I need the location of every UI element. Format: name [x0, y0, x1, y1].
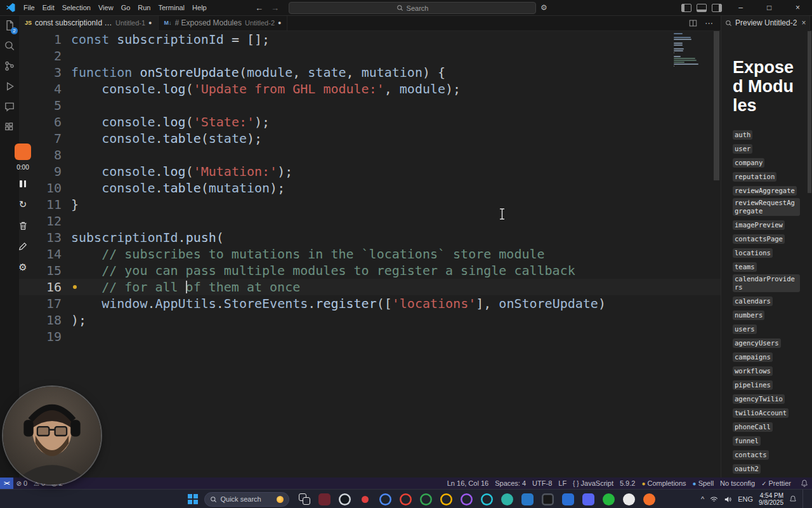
minimap-line — [674, 52, 674, 53]
module-code-chip: company — [733, 158, 764, 168]
module-code-chip: pipelines — [733, 380, 773, 390]
code-editor[interactable]: 1const subscriptionId = [];23function on… — [19, 31, 721, 478]
sidebar-item-run-debug[interactable] — [0, 76, 19, 97]
cursor-position-label: Ln 16, Col 16 — [447, 479, 488, 487]
taskbar-search[interactable]: Quick search — [204, 492, 289, 507]
show-desktop-button[interactable] — [802, 490, 806, 508]
modified-dot-icon[interactable]: ● — [278, 20, 281, 26]
status-errors[interactable]: ⊘0 — [13, 478, 31, 489]
sidebar-item-source-control[interactable] — [0, 56, 19, 76]
status-prettier[interactable]: ✓Prettier — [758, 478, 794, 489]
chrome-profile-red-icon[interactable] — [398, 491, 414, 507]
chatgpt-icon[interactable] — [622, 491, 637, 507]
status-spell[interactable]: ●Spell — [690, 478, 717, 489]
line-number: 19 — [19, 328, 62, 345]
modified-dot-icon[interactable]: ● — [148, 20, 152, 26]
vscode-icon[interactable] — [520, 491, 535, 507]
start-button[interactable] — [188, 494, 198, 504]
menu-run[interactable]: Run — [134, 0, 154, 15]
obs-studio-icon[interactable] — [337, 491, 353, 507]
menu-help[interactable]: Help — [188, 0, 211, 15]
tab-untitled-1[interactable]: JS const subscriptionId = []; Untitled-1… — [19, 15, 159, 31]
stop-recording-button[interactable] — [15, 144, 31, 160]
notifications-bell-button[interactable] — [797, 479, 812, 487]
chrome-profile-green-icon[interactable] — [419, 491, 434, 507]
tab-untitled-2[interactable]: M↓ # Exposed Modules Untitled-2 ● — [159, 15, 288, 30]
volume-icon[interactable] — [724, 496, 732, 503]
status-language-mode[interactable]: { }JavaScript — [570, 478, 617, 489]
app-maroon-icon[interactable] — [317, 491, 332, 507]
module-code-chip: workflows — [733, 366, 773, 376]
edge-icon[interactable] — [500, 491, 515, 507]
code-line-text — [62, 48, 71, 64]
notification-bell-icon[interactable] — [789, 495, 797, 503]
maximize-button[interactable]: □ — [755, 0, 783, 15]
module-code-chip: contacts — [733, 450, 769, 460]
weather-icon — [277, 496, 284, 503]
minimap[interactable] — [674, 33, 702, 69]
sidebar-item-chat[interactable] — [0, 97, 19, 117]
draw-annotation-button[interactable] — [15, 239, 30, 253]
chrome-profile-blue-icon[interactable] — [378, 491, 393, 507]
sidebar-item-extensions[interactable] — [0, 117, 19, 137]
remote-indicator[interactable]: >< — [0, 478, 13, 489]
status-completions[interactable]: ●Completions — [638, 478, 689, 489]
preview-scrollbar[interactable] — [808, 31, 811, 193]
language-indicator[interactable]: ENG — [738, 495, 753, 503]
remote-settings-icon[interactable]: ⚙ — [540, 0, 547, 15]
toggle-secondary-sidebar-icon[interactable] — [712, 4, 722, 12]
forward-arrow-icon[interactable]: → — [271, 3, 279, 13]
close-button[interactable]: × — [783, 0, 812, 15]
sidebar-item-explorer[interactable]: 2 — [0, 15, 19, 36]
status-cursor-position[interactable]: Ln 16, Col 16 — [444, 478, 492, 489]
status-ts-version[interactable]: 5.9.2 — [617, 478, 638, 489]
status-encoding[interactable]: UTF-8 — [529, 478, 555, 489]
toggle-sidebar-icon[interactable] — [681, 4, 691, 12]
chrome-profile-yellow-icon[interactable] — [439, 491, 454, 507]
menu-edit[interactable]: Edit — [39, 0, 58, 15]
tab-preview-untitled-2[interactable]: Preview Untitled-2 × — [721, 15, 810, 31]
module-code-chip: agencyUsers — [733, 338, 781, 348]
discord-icon[interactable] — [581, 491, 596, 507]
clock[interactable]: 4:54 PM 9/8/2025 — [759, 492, 783, 506]
more-actions-icon[interactable]: ⋯ — [705, 18, 713, 28]
menu-go[interactable]: Go — [117, 0, 134, 15]
module-item: campaigns — [733, 351, 806, 362]
ts-version-label: 5.9.2 — [620, 479, 635, 487]
status-tsconfig[interactable]: No tsconfig — [717, 478, 758, 489]
chrome-profile-teal-icon[interactable] — [480, 491, 495, 507]
back-arrow-icon[interactable]: ← — [255, 3, 263, 13]
chrome-profile-purple-icon[interactable] — [459, 491, 475, 507]
status-indentation[interactable]: Spaces: 4 — [492, 478, 529, 489]
status-eol[interactable]: LF — [555, 478, 570, 489]
recorder-settings-button[interactable]: ⚙ — [15, 260, 30, 274]
whatsapp-icon[interactable] — [601, 491, 617, 507]
menu-view[interactable]: View — [95, 0, 117, 15]
sidebar-item-search[interactable] — [0, 36, 19, 56]
webcam-overlay[interactable] — [3, 387, 101, 485]
terminal-icon[interactable] — [540, 491, 556, 507]
outlook-icon[interactable] — [561, 491, 576, 507]
toggle-panel-icon[interactable] — [697, 4, 707, 12]
split-editor-icon[interactable] — [689, 19, 697, 27]
recording-indicator-icon[interactable] — [358, 491, 373, 507]
code-line-text: // subscribes to mutations in the `locat… — [62, 246, 545, 262]
code-line: 19 — [19, 328, 721, 345]
minimize-button[interactable]: – — [726, 0, 755, 15]
close-icon[interactable]: × — [801, 18, 806, 27]
menu-terminal[interactable]: Terminal — [155, 0, 189, 15]
firefox-icon[interactable] — [642, 491, 657, 507]
pause-recording-button[interactable] — [15, 177, 30, 190]
module-item: locations — [733, 246, 806, 258]
editor-scrollbar[interactable] — [714, 31, 719, 180]
restart-recording-button[interactable]: ↻ — [15, 197, 30, 211]
wifi-icon[interactable] — [710, 496, 718, 503]
task-view-icon[interactable] — [297, 491, 312, 507]
command-search[interactable]: Search — [289, 2, 536, 14]
menu-selection[interactable]: Selection — [58, 0, 95, 15]
code-line: 15 // you can pass multiple modules to r… — [19, 262, 721, 279]
menu-file[interactable]: File — [20, 0, 39, 15]
module-code-chip: funnel — [733, 436, 761, 446]
tray-chevron-icon[interactable]: ^ — [701, 495, 704, 503]
delete-recording-button[interactable] — [15, 218, 30, 232]
